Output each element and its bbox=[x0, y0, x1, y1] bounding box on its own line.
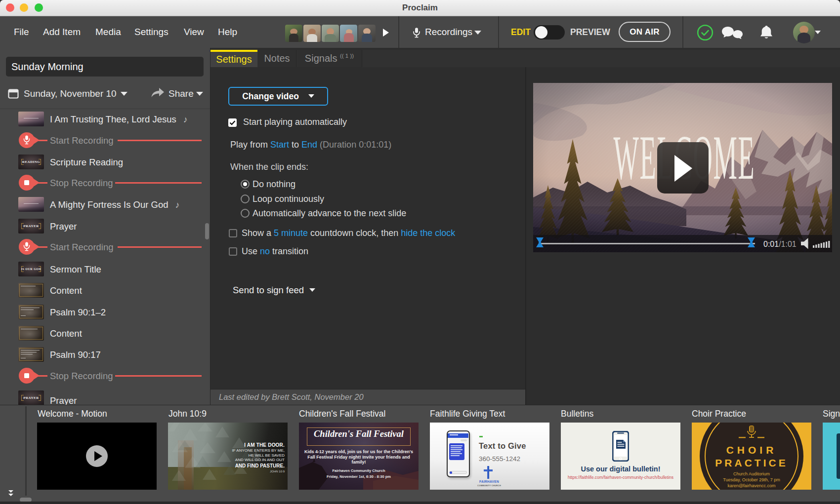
svg-text:0:01/1:01: 0:01/1:01 bbox=[763, 240, 797, 248]
